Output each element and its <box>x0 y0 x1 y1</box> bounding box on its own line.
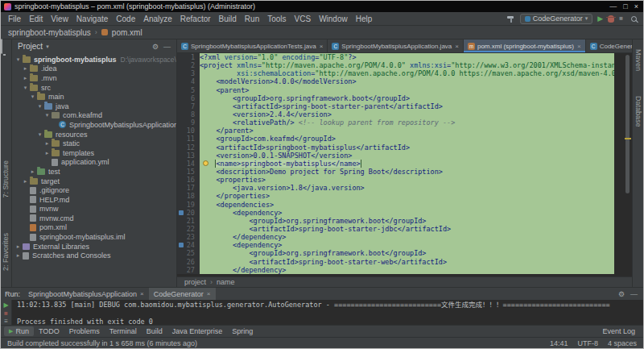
tree-expand-arrow-icon[interactable]: ▸ <box>14 243 22 250</box>
code-text[interactable]: <project xmlns="http://maven.apache.org/… <box>200 61 614 69</box>
line-number[interactable]: 1 <box>177 53 200 61</box>
line-number[interactable]: 13 <box>177 152 200 160</box>
tree-item-scratches-and-consoles[interactable]: ▸Scratches and Consoles <box>12 251 176 260</box>
hide-panel-icon[interactable]: — <box>630 290 638 298</box>
tree-collapse-arrow-icon[interactable]: ▾ <box>36 103 43 110</box>
tree-collapse-arrow-icon[interactable]: ▾ <box>29 93 36 100</box>
toolwindow-button-event-log[interactable]: Event Log <box>597 326 640 336</box>
toolwindow-button-problems[interactable]: Problems <box>64 326 105 336</box>
line-number[interactable]: 15 <box>177 168 200 176</box>
line-number[interactable]: 20 <box>177 209 200 217</box>
code-text[interactable]: <name>springboot-mybatisplus</name> <box>200 160 614 168</box>
code-text[interactable]: <dependencies> <box>200 201 614 209</box>
code-text[interactable]: <groupId>com.keafmd</groupId> <box>200 135 614 143</box>
code-text[interactable]: <artifactId>spring-boot-starter-jdbc</ar… <box>200 225 614 233</box>
stop-icon[interactable]: ■ <box>4 310 8 317</box>
menu-item-run[interactable]: Run <box>241 14 263 24</box>
tree-item-target[interactable]: ▸target <box>12 177 176 186</box>
code-text[interactable]: <parent> <box>200 86 614 94</box>
tree-expand-arrow-icon[interactable]: ▸ <box>43 140 51 147</box>
project-tool-icon[interactable] <box>1 39 2 54</box>
tree-expand-arrow-icon[interactable]: ▸ <box>29 168 36 175</box>
line-number[interactable]: 21 <box>177 217 200 225</box>
tree-item-main[interactable]: ▾main <box>12 92 176 102</box>
line-number[interactable]: 19 <box>177 201 200 209</box>
line-number[interactable]: 25 <box>177 249 200 257</box>
tree-collapse-arrow-icon[interactable]: ▾ <box>14 56 22 63</box>
line-number[interactable]: 9 <box>177 118 200 127</box>
maximize-button[interactable]: □ <box>623 2 627 10</box>
line-number[interactable]: 2 <box>177 61 200 69</box>
tree-item-mvnw[interactable]: mvnw <box>12 205 176 214</box>
warning-stripe-mark[interactable] <box>625 138 631 139</box>
code-text[interactable]: <version>0.0.1-SNAPSHOT</version> <box>200 152 614 160</box>
tree-item-java[interactable]: ▾java <box>12 102 176 111</box>
code-text[interactable]: <description>Demo project for Spring Boo… <box>200 168 614 176</box>
menu-item-build[interactable]: Build <box>215 14 241 24</box>
menu-item-vcs[interactable]: VCS <box>291 14 316 24</box>
tree-item-templates[interactable]: ▸templates <box>12 148 176 158</box>
run-button[interactable]: ▶ <box>597 15 603 23</box>
nav-crumb-pom-xml[interactable]: pom.xml <box>112 28 142 37</box>
code-text[interactable]: xsi:schemaLocation="http://maven.apache.… <box>200 69 614 77</box>
search-everywhere-icon[interactable] <box>631 16 637 22</box>
tree-expand-arrow-icon[interactable]: ▸ <box>14 252 22 259</box>
tree-collapse-arrow-icon[interactable]: ▾ <box>43 112 51 118</box>
code-text[interactable]: <properties> <box>200 176 614 184</box>
menu-item-code[interactable]: Code <box>112 14 139 24</box>
line-number[interactable]: 17 <box>177 184 200 192</box>
run-console-output[interactable]: 11:02:13.835 [main] DEBUG com.baomidou.m… <box>12 300 643 325</box>
tab-close-icon[interactable]: × <box>577 43 581 50</box>
tree-item-mvn[interactable]: ▸.mvn <box>12 73 176 83</box>
editor-breadcrumb-project[interactable]: project <box>184 278 206 286</box>
toolwindow-button-build[interactable]: Build <box>142 326 167 336</box>
rerun-icon[interactable]: ▶ <box>3 301 8 309</box>
menu-item-window[interactable]: Window <box>315 14 352 24</box>
project-panel-title[interactable]: Project <box>18 42 43 51</box>
menu-item-refactor[interactable]: Refactor <box>176 14 215 24</box>
stripe-button-database[interactable]: Database <box>634 96 642 127</box>
gear-icon[interactable]: ⚙ <box>152 43 159 51</box>
code-text[interactable]: <?xml version="1.0" encoding="UTF-8"?> <box>200 53 614 61</box>
editor-tab-codegenerator-java[interactable]: CCodeGenerator.java× <box>586 39 632 52</box>
tree-expand-arrow-icon[interactable]: ▸ <box>43 150 51 156</box>
toolwindow-button-run[interactable]: ▶Run <box>4 326 34 336</box>
tree-item-mvnw-cmd[interactable]: mvnw.cmd <box>12 214 176 223</box>
hide-panel-icon[interactable]: — <box>163 43 171 51</box>
code-text[interactable]: <artifactId>spring-boot-starter-web</art… <box>200 258 614 266</box>
line-number[interactable]: 24 <box>177 241 200 249</box>
status-widget-14-41[interactable]: 14:41 <box>550 339 568 347</box>
stripe-button-2-favorites[interactable]: 2: Favorites <box>2 233 10 271</box>
console-menu-icon[interactable]: ≡ <box>4 318 8 325</box>
tree-item-springboot-mybatisplus[interactable]: ▾springboot-mybatisplusD:\javaworkspace\… <box>12 55 176 64</box>
tab-close-icon[interactable]: × <box>320 43 324 50</box>
gear-icon[interactable]: ⚙ <box>618 290 625 298</box>
run-tab-codegenerator[interactable]: CodeGenerator× <box>149 288 216 300</box>
code-text[interactable]: <modelVersion>4.0.0</modelVersion> <box>200 77 614 85</box>
tree-item-external-libraries[interactable]: ▸External Libraries <box>12 242 176 251</box>
line-number[interactable]: 27 <box>177 266 200 274</box>
code-text[interactable]: <groupId>org.springframework.boot</group… <box>200 94 614 102</box>
stripe-button-7-structure[interactable]: 7: Structure <box>2 160 10 198</box>
code-text[interactable]: <groupId>org.springframework.boot</group… <box>200 217 614 225</box>
toolwindow-button-java-enterprise[interactable]: Java Enterprise <box>167 326 228 336</box>
close-button[interactable]: × <box>634 2 638 10</box>
code-text[interactable]: </dependency> <box>200 233 614 241</box>
line-number[interactable]: 18 <box>177 192 200 200</box>
code-editor[interactable]: 1<?xml version="1.0" encoding="UTF-8"?>2… <box>177 53 632 276</box>
tree-item-springboot-mybatisplus-iml[interactable]: springboot-mybatisplus.iml <box>12 232 176 242</box>
toolwindow-button-terminal[interactable]: Terminal <box>105 326 142 336</box>
editor-scrollbar[interactable] <box>625 55 630 193</box>
tree-item-idea[interactable]: ▸.idea <box>12 64 176 74</box>
code-text[interactable]: <artifactId>spring-boot-starter-parent</… <box>200 102 614 110</box>
line-number[interactable]: 14 <box>177 160 200 168</box>
toolwindow-button-spring[interactable]: Spring <box>227 326 258 336</box>
line-number[interactable]: 12 <box>177 143 200 152</box>
toolwindow-button-todo[interactable]: TODO <box>34 326 64 336</box>
tree-item-static[interactable]: ▸static <box>12 139 176 148</box>
tree-item-com-keafmd[interactable]: ▾com.keafmd <box>12 111 176 121</box>
line-number[interactable]: 8 <box>177 110 200 118</box>
tree-expand-arrow-icon[interactable]: ▸ <box>22 178 29 185</box>
tab-close-icon[interactable]: × <box>455 43 459 50</box>
tree-item-gitignore[interactable]: .gitignore <box>12 185 176 195</box>
